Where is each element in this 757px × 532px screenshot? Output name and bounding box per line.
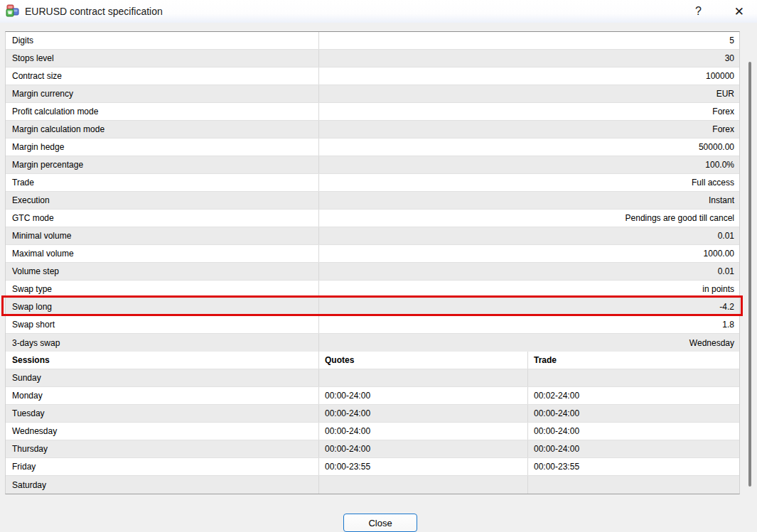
session-trade bbox=[528, 476, 739, 494]
spec-row[interactable]: Margin hedge 50000.00 bbox=[6, 139, 739, 156]
spec-rows-group: Digits 5 Stops level 30 Contract size 10… bbox=[6, 32, 739, 352]
spec-property-value: 100000 bbox=[319, 67, 739, 85]
spec-row[interactable]: GTC mode Pendings are good till cancel bbox=[6, 210, 739, 227]
spec-property-name: Swap short bbox=[6, 316, 319, 333]
spec-property-value: EUR bbox=[319, 85, 739, 102]
spec-property-name: Swap long bbox=[6, 298, 319, 315]
symbol-cubes-icon bbox=[6, 4, 20, 18]
session-quotes bbox=[319, 369, 528, 386]
session-row[interactable]: Thursday 00:00-24:00 00:00-24:00 bbox=[6, 440, 739, 458]
spec-property-name: Contract size bbox=[6, 67, 319, 85]
spec-row[interactable]: Digits 5 bbox=[6, 32, 739, 50]
spec-property-name: GTC mode bbox=[6, 210, 319, 227]
session-day: Tuesday bbox=[6, 405, 319, 422]
spec-row[interactable]: Swap type in points bbox=[6, 281, 739, 298]
spec-property-value: Forex bbox=[319, 121, 739, 138]
spec-row[interactable]: Maximal volume 1000.00 bbox=[6, 245, 739, 263]
spec-property-value: Full access bbox=[319, 174, 739, 191]
session-day: Friday bbox=[6, 458, 319, 475]
session-rows-group: Sunday Monday 00:00-24:00 00:02-24:00 Tu… bbox=[6, 369, 739, 494]
window-close-icon[interactable]: ✕ bbox=[729, 3, 750, 21]
spec-row[interactable]: Stops level 30 bbox=[6, 50, 739, 67]
spec-property-value: 0.01 bbox=[319, 263, 739, 280]
close-button[interactable]: Close bbox=[343, 514, 417, 532]
quotes-header: Quotes bbox=[319, 352, 528, 369]
spec-property-value: Forex bbox=[319, 103, 739, 120]
session-row[interactable]: Tuesday 00:00-24:00 00:00-24:00 bbox=[6, 405, 739, 423]
spec-row[interactable]: Margin currency EUR bbox=[6, 85, 739, 103]
spec-property-value: 1.8 bbox=[319, 316, 739, 333]
vertical-scrollbar[interactable] bbox=[744, 31, 756, 494]
spec-row[interactable]: Profit calculation mode Forex bbox=[6, 103, 739, 121]
spec-property-value: -4.2 bbox=[319, 298, 739, 315]
spec-row[interactable]: Margin calculation mode Forex bbox=[6, 121, 739, 139]
session-quotes: 00:00-24:00 bbox=[319, 405, 528, 422]
spec-property-name: Margin percentage bbox=[6, 156, 319, 173]
spec-property-value: Pendings are good till cancel bbox=[319, 210, 739, 227]
sessions-header: Sessions bbox=[6, 352, 319, 369]
sessions-header-row: Sessions Quotes Trade bbox=[6, 352, 739, 369]
spec-property-name: Swap type bbox=[6, 281, 319, 298]
spec-row[interactable]: Swap long -4.2 bbox=[6, 298, 739, 316]
title-bar: EURUSD contract specification ? ✕ bbox=[0, 0, 757, 23]
spec-property-value: Wednesday bbox=[319, 334, 739, 352]
session-quotes: 00:00-24:00 bbox=[319, 387, 528, 404]
spec-property-name: Execution bbox=[6, 192, 319, 209]
spec-property-name: 3-days swap bbox=[6, 334, 319, 352]
session-trade bbox=[528, 369, 739, 386]
spec-property-name: Digits bbox=[6, 32, 319, 49]
spec-property-value: 50000.00 bbox=[319, 139, 739, 156]
session-trade: 00:00-24:00 bbox=[528, 405, 739, 422]
spec-property-value: 30 bbox=[319, 50, 739, 67]
contract-specification-table: Digits 5 Stops level 30 Contract size 10… bbox=[5, 31, 740, 494]
spec-property-name: Margin calculation mode bbox=[6, 121, 319, 138]
spec-row[interactable]: Margin percentage 100.0% bbox=[6, 156, 739, 174]
session-row[interactable]: Saturday bbox=[6, 476, 739, 494]
spec-row[interactable]: Execution Instant bbox=[6, 192, 739, 210]
spec-property-value: Instant bbox=[319, 192, 739, 209]
session-row[interactable]: Monday 00:00-24:00 00:02-24:00 bbox=[6, 387, 739, 405]
spec-property-name: Stops level bbox=[6, 50, 319, 67]
session-day: Sunday bbox=[6, 369, 319, 386]
spec-row[interactable]: 3-days swap Wednesday bbox=[6, 334, 739, 352]
session-row[interactable]: Sunday bbox=[6, 369, 739, 387]
spec-property-name: Trade bbox=[6, 174, 319, 191]
session-quotes: 00:00-24:00 bbox=[319, 423, 528, 440]
spec-property-value: 1000.00 bbox=[319, 245, 739, 262]
session-quotes: 00:00-24:00 bbox=[319, 440, 528, 457]
session-trade: 00:00-23:55 bbox=[528, 458, 739, 475]
spec-property-name: Maximal volume bbox=[6, 245, 319, 262]
spec-property-value: 100.0% bbox=[319, 156, 739, 173]
session-trade: 00:00-24:00 bbox=[528, 423, 739, 440]
spec-row[interactable]: Volume step 0.01 bbox=[6, 263, 739, 281]
help-button[interactable]: ? bbox=[689, 3, 707, 20]
spec-property-value: 0.01 bbox=[319, 227, 739, 244]
spec-row[interactable]: Minimal volume 0.01 bbox=[6, 227, 739, 245]
spec-property-name: Volume step bbox=[6, 263, 319, 280]
scrollbar-thumb[interactable] bbox=[748, 62, 751, 487]
spec-property-value: in points bbox=[319, 281, 739, 298]
spec-row[interactable]: Contract size 100000 bbox=[6, 67, 739, 85]
session-day: Thursday bbox=[6, 440, 319, 457]
spec-property-value: 5 bbox=[319, 32, 739, 49]
session-day: Wednesday bbox=[6, 423, 319, 440]
session-trade: 00:00-24:00 bbox=[528, 440, 739, 457]
spec-property-name: Margin hedge bbox=[6, 139, 319, 156]
spec-row[interactable]: Trade Full access bbox=[6, 174, 739, 192]
trade-header: Trade bbox=[528, 352, 739, 369]
session-quotes: 00:00-23:55 bbox=[319, 458, 528, 475]
spec-property-name: Profit calculation mode bbox=[6, 103, 319, 120]
session-trade: 00:02-24:00 bbox=[528, 387, 739, 404]
session-row[interactable]: Wednesday 00:00-24:00 00:00-24:00 bbox=[6, 423, 739, 440]
session-row[interactable]: Friday 00:00-23:55 00:00-23:55 bbox=[6, 458, 739, 476]
window-title: EURUSD contract specification bbox=[25, 6, 163, 17]
spec-property-name: Margin currency bbox=[6, 85, 319, 102]
session-quotes bbox=[319, 476, 528, 494]
spec-row[interactable]: Swap short 1.8 bbox=[6, 316, 739, 334]
session-day: Monday bbox=[6, 387, 319, 404]
spec-property-name: Minimal volume bbox=[6, 227, 319, 244]
session-day: Saturday bbox=[6, 476, 319, 494]
